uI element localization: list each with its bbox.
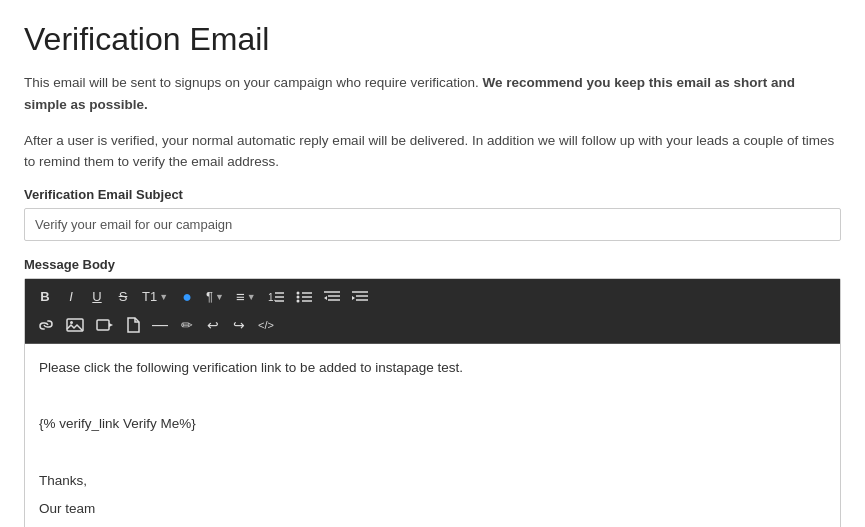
link-button[interactable] bbox=[33, 313, 59, 337]
bold-button[interactable]: B bbox=[33, 285, 57, 309]
ordered-list-button[interactable]: 1. bbox=[263, 285, 289, 309]
indent-increase-button[interactable] bbox=[347, 285, 373, 309]
file-button[interactable] bbox=[121, 313, 145, 337]
rich-text-editor: B I U S T1▼ ● ¶▼ ≡▼ 1. bbox=[24, 278, 841, 527]
svg-point-5 bbox=[296, 295, 299, 298]
editor-line-5: Thanks, bbox=[39, 469, 826, 493]
description-1: This email will be sent to signups on yo… bbox=[24, 72, 841, 115]
text-color-button[interactable]: ● bbox=[175, 285, 199, 309]
subject-input[interactable] bbox=[24, 208, 841, 241]
paragraph-button[interactable]: ¶▼ bbox=[201, 285, 229, 309]
indent-decrease-button[interactable] bbox=[319, 285, 345, 309]
editor-line-6: Our team bbox=[39, 497, 826, 521]
svg-rect-20 bbox=[97, 320, 109, 330]
svg-point-6 bbox=[296, 299, 299, 302]
editor-line-2 bbox=[39, 384, 826, 408]
subject-label: Verification Email Subject bbox=[24, 187, 841, 202]
message-body-label: Message Body bbox=[24, 257, 841, 272]
svg-point-4 bbox=[296, 291, 299, 294]
editor-line-3: {% verify_link Verify Me%} bbox=[39, 412, 826, 436]
hr-button[interactable]: — bbox=[147, 313, 173, 337]
source-button[interactable]: </> bbox=[253, 313, 279, 337]
page-title: Verification Email bbox=[24, 20, 841, 58]
editor-content-area[interactable]: Please click the following verification … bbox=[25, 344, 840, 527]
italic-button[interactable]: I bbox=[59, 285, 83, 309]
svg-point-19 bbox=[70, 321, 73, 324]
svg-marker-17 bbox=[352, 296, 355, 300]
underline-button[interactable]: U bbox=[85, 285, 109, 309]
marker-button[interactable]: ✏ bbox=[175, 313, 199, 337]
toolbar-row-2: — ✏ ↩ ↪ </> bbox=[33, 313, 832, 337]
image-button[interactable] bbox=[61, 313, 89, 337]
redo-button[interactable]: ↪ bbox=[227, 313, 251, 337]
video-button[interactable] bbox=[91, 313, 119, 337]
editor-line-1: Please click the following verification … bbox=[39, 356, 826, 380]
align-button[interactable]: ≡▼ bbox=[231, 285, 261, 309]
editor-line-4 bbox=[39, 441, 826, 465]
svg-marker-13 bbox=[324, 296, 327, 300]
toolbar-row-1: B I U S T1▼ ● ¶▼ ≡▼ 1. bbox=[33, 285, 832, 309]
svg-marker-21 bbox=[109, 323, 113, 327]
editor-toolbar: B I U S T1▼ ● ¶▼ ≡▼ 1. bbox=[25, 279, 840, 344]
unordered-list-button[interactable] bbox=[291, 285, 317, 309]
text-style-button[interactable]: T1▼ bbox=[137, 285, 173, 309]
undo-button[interactable]: ↩ bbox=[201, 313, 225, 337]
strikethrough-button[interactable]: S bbox=[111, 285, 135, 309]
description-2: After a user is verified, your normal au… bbox=[24, 130, 841, 173]
